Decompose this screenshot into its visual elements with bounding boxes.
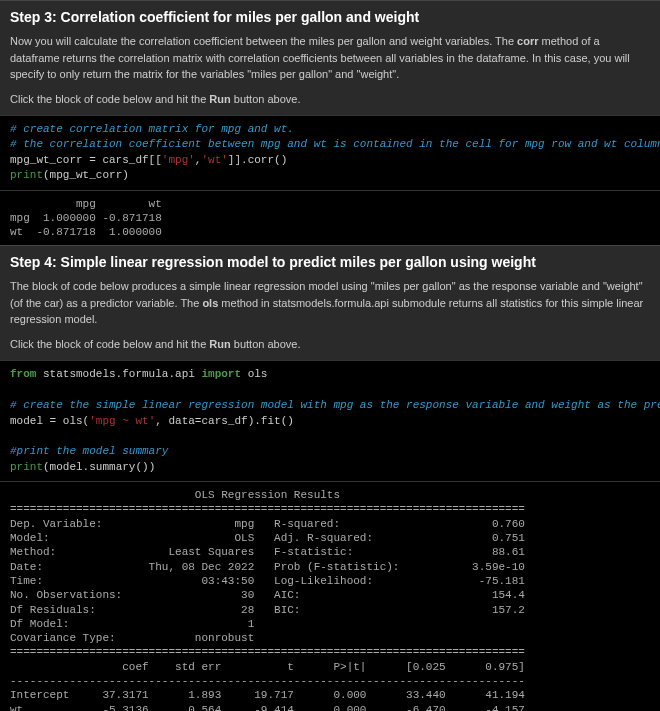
corr-keyword: corr [517, 35, 538, 47]
code-text: statsmodels.formula.api [36, 368, 201, 380]
code-text: mpg_wt_corr = cars_df[[ [10, 154, 162, 166]
step4-output: OLS Regression Results =================… [0, 482, 660, 711]
step3-code-block[interactable]: # create correlation matrix for mpg and … [0, 115, 660, 191]
step4-instr-p1: Click the block of code below and hit th… [10, 338, 209, 350]
step3-instruction: Click the block of code below and hit th… [10, 91, 650, 108]
code-text: model = ols( [10, 415, 89, 427]
step3-description: Now you will calculate the correlation c… [10, 33, 650, 83]
step3-desc-p1: Now you will calculate the correlation c… [10, 35, 517, 47]
code-comment: # create the simple linear regression mo… [10, 399, 660, 411]
step3-title: Step 3: Correlation coefficient for mile… [10, 9, 650, 25]
code-keyword: from [10, 368, 36, 380]
run-keyword: Run [209, 338, 230, 350]
code-string: 'wt' [201, 154, 227, 166]
step4-title: Step 4: Simple linear regression model t… [10, 254, 650, 270]
code-comment: # create correlation matrix for mpg and … [10, 123, 294, 135]
run-keyword: Run [209, 93, 230, 105]
code-text: (mpg_wt_corr) [43, 169, 129, 181]
step4-code-block[interactable]: from statsmodels.formula.api import ols … [0, 360, 660, 482]
code-comment: # the correlation coefficient between mp… [10, 138, 660, 150]
step4-instruction: Click the block of code below and hit th… [10, 336, 650, 353]
code-text: ols [241, 368, 267, 380]
code-comment: #print the model summary [10, 445, 168, 457]
code-builtin: print [10, 169, 43, 181]
step4-description: The block of code below produces a simpl… [10, 278, 650, 328]
step4-header: Step 4: Simple linear regression model t… [0, 245, 660, 360]
ols-keyword: ols [202, 297, 218, 309]
step4-instr-p2: button above. [231, 338, 301, 350]
code-string: 'mpg ~ wt' [89, 415, 155, 427]
code-text: (model.summary()) [43, 461, 155, 473]
step3-output: mpg wt mpg 1.000000 -0.871718 wt -0.8717… [0, 191, 660, 246]
code-keyword: import [201, 368, 241, 380]
step3-header: Step 3: Correlation coefficient for mile… [0, 0, 660, 115]
code-text: ]].corr() [228, 154, 287, 166]
step3-instr-p1: Click the block of code below and hit th… [10, 93, 209, 105]
step3-instr-p2: button above. [231, 93, 301, 105]
code-text: , data=cars_df).fit() [155, 415, 294, 427]
code-string: 'mpg' [162, 154, 195, 166]
code-builtin: print [10, 461, 43, 473]
